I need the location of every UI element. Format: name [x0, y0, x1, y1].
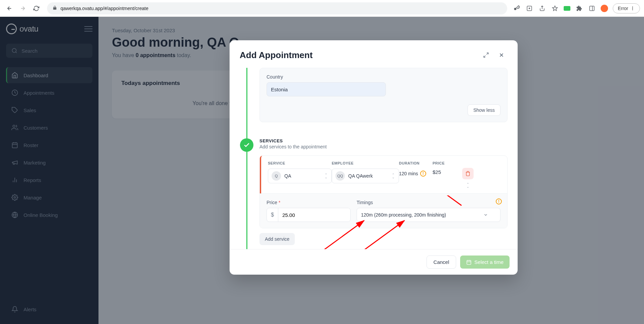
service-selector[interactable]: Q QA — [268, 169, 332, 183]
employee-name: QA QAwerk — [348, 173, 388, 179]
col-actions — [453, 161, 483, 188]
svg-point-5 — [632, 8, 633, 8]
currency-symbol: $ — [267, 208, 278, 222]
warning-icon: ! — [420, 171, 426, 177]
share-icon[interactable] — [538, 4, 546, 12]
price-input-wrap: $ — [267, 208, 351, 222]
install-icon[interactable] — [525, 4, 533, 12]
close-button[interactable] — [495, 49, 508, 61]
employee-selector[interactable]: QQ QA QAwerk — [332, 169, 399, 183]
url-text: qawerkqa.ovatu.app/#/appointment/create — [61, 6, 149, 11]
modal-footer: Cancel Select a time — [230, 249, 518, 275]
select-time-button[interactable]: Select a time — [460, 256, 510, 269]
cancel-button[interactable]: Cancel — [427, 256, 456, 269]
chevron-updown-icon — [391, 173, 395, 179]
service-name: QA — [284, 173, 321, 179]
service-detail: Price * $ Timings 120m (260m processing,… — [260, 193, 507, 228]
url-bar[interactable]: qawerkqa.ovatu.app/#/appointment/create — [47, 2, 507, 14]
timings-label: Timings — [357, 200, 500, 205]
select-time-label: Select a time — [474, 259, 504, 265]
extensions-icon[interactable] — [575, 4, 583, 12]
browser-right-toolbar: Error — [513, 3, 640, 13]
svg-rect-2 — [590, 6, 594, 11]
timings-value: 120m (260m processing, 200m finishing) — [361, 212, 446, 218]
duration-value: 120 mins! — [399, 171, 433, 177]
svg-point-0 — [514, 8, 516, 10]
add-appointment-modal: Add Appointment Country Show less SERVIC… — [230, 40, 518, 275]
show-less-button[interactable]: Show less — [468, 104, 500, 116]
modal-header: Add Appointment — [230, 40, 518, 68]
back-button[interactable] — [4, 3, 15, 14]
col-head-duration: DURATION — [399, 161, 419, 165]
add-service-button[interactable]: Add service — [259, 233, 295, 245]
services-heading: SERVICES — [259, 138, 508, 143]
chevron-down-icon — [483, 213, 488, 217]
timings-input[interactable]: 120m (260m processing, 200m finishing) — [357, 208, 500, 222]
timings-group: Timings 120m (260m processing, 200m fini… — [357, 200, 500, 222]
col-price: PRICE $25 — [433, 161, 453, 188]
modal-title: Add Appointment — [240, 50, 313, 60]
video-extension-icon[interactable] — [564, 6, 570, 11]
col-service: SERVICE Q QA — [261, 161, 332, 188]
customer-card: Country Show less — [259, 68, 508, 122]
forward-button[interactable] — [17, 3, 28, 14]
bookmark-icon[interactable] — [551, 4, 559, 12]
sidepanel-icon[interactable] — [588, 4, 596, 12]
col-duration: DURATION 120 mins! — [399, 161, 433, 188]
col-employee: EMPLOYEE QQ QA QAwerk — [332, 161, 399, 188]
calendar-icon — [466, 260, 472, 265]
app-root: ovatu Search Dashboard Appointments Sale… — [0, 17, 644, 324]
country-input[interactable] — [267, 82, 386, 96]
warning-icon: ! — [496, 198, 502, 204]
key-icon[interactable] — [513, 4, 521, 12]
country-label: Country — [267, 74, 500, 80]
col-head-service: SERVICE — [268, 161, 332, 165]
browser-toolbar: qawerkqa.ovatu.app/#/appointment/create … — [0, 0, 644, 17]
modal-actions — [480, 49, 508, 61]
modal-body: Country Show less SERVICES Add services … — [230, 68, 518, 249]
col-head-employee: EMPLOYEE — [332, 161, 399, 165]
delete-button[interactable] — [462, 168, 474, 179]
error-button[interactable]: Error — [613, 3, 640, 13]
price-group: Price * $ — [267, 200, 351, 222]
price-value: $25 — [433, 169, 453, 175]
step-customer: Country Show less — [246, 68, 508, 135]
svg-rect-28 — [467, 260, 471, 264]
error-label: Error — [618, 6, 628, 11]
expand-button[interactable] — [480, 49, 492, 61]
profile-icon[interactable] — [601, 5, 608, 12]
service-row: SERVICE Q QA EMPLOYEE QQ QA QAwerk — [260, 156, 507, 193]
price-label: Price * — [267, 200, 351, 205]
chevron-updown-icon — [324, 173, 328, 179]
svg-point-4 — [632, 6, 633, 7]
reorder-button[interactable] — [466, 183, 470, 188]
col-head-price: PRICE — [433, 161, 445, 165]
step-services: SERVICES Add services to the appointment… — [246, 135, 508, 249]
lock-icon — [52, 5, 57, 11]
step-check-icon — [240, 138, 253, 152]
service-badge: Q — [272, 171, 281, 181]
svg-point-6 — [632, 9, 633, 10]
services-sub: Add services to the appointment — [259, 144, 508, 149]
reload-button[interactable] — [31, 3, 42, 14]
price-input[interactable] — [278, 208, 350, 222]
service-card: SERVICE Q QA EMPLOYEE QQ QA QAwerk — [259, 155, 508, 228]
employee-badge: QQ — [335, 171, 345, 181]
